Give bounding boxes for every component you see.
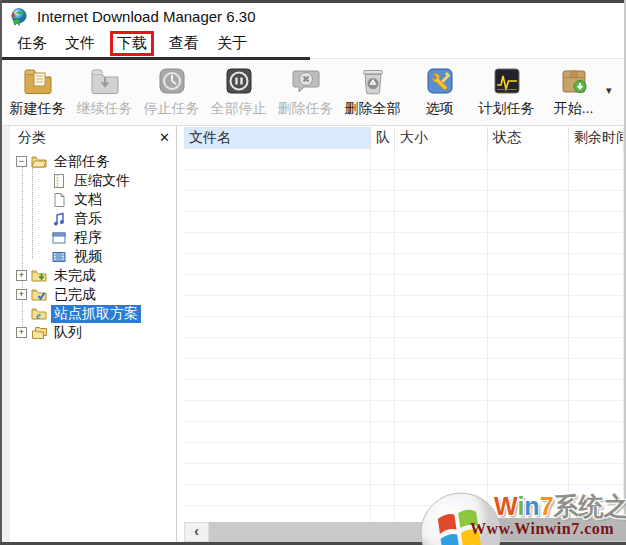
tree-item-label: 未完成 <box>51 267 99 285</box>
tree-item-label: 文档 <box>71 191 105 209</box>
toolbar-button-label: 计划任务 <box>479 100 535 118</box>
toolbar-button-label: 开始... <box>554 100 594 118</box>
toolbar-more-dropdown[interactable]: ▾ <box>606 84 612 97</box>
tree-item-站点抓取方案[interactable]: e站点抓取方案 <box>10 304 176 323</box>
scroll-left-button[interactable]: ‹ <box>184 522 209 542</box>
idm-globe-icon <box>9 7 29 27</box>
column-header-大小[interactable]: 大小 <box>395 127 488 149</box>
menu-separator <box>310 58 626 59</box>
menu-item-任务[interactable]: 任务 <box>14 33 50 54</box>
grid-column <box>569 149 624 522</box>
tree-item-未完成[interactable]: +未完成 <box>10 266 176 285</box>
toolbar-button-label: 删除全部 <box>345 100 401 118</box>
watermark-url: Www.Winwin7.com <box>470 520 614 538</box>
toolbar-button-继续任务: 继续任务 <box>71 65 138 118</box>
toolbar-button-label: 全部停止 <box>211 100 267 118</box>
delete-all-icon <box>357 65 389 97</box>
watermark-brand: Win7系统之家 <box>494 490 626 523</box>
watermark-brand-letter: W <box>494 492 517 520</box>
folder-ie-icon: e <box>31 306 47 322</box>
grid-column <box>395 149 488 522</box>
idm-window: Internet Download Manager 6.30 任务文件下载查看关… <box>0 0 626 545</box>
column-header-文件名[interactable]: 文件名 <box>184 127 371 149</box>
tree-item-label: 视频 <box>71 248 105 266</box>
toolbar-button-选项[interactable]: 选项 <box>406 65 473 118</box>
menu-item-下载[interactable]: 下载 <box>110 31 154 56</box>
new-task-icon <box>22 65 54 97</box>
stop-all-icon <box>223 65 255 97</box>
tree-item-label: 站点抓取方案 <box>51 305 141 323</box>
tree-item-label: 队列 <box>51 324 85 342</box>
stop-task-icon <box>156 65 188 97</box>
grid-column <box>184 149 371 522</box>
column-header-队[interactable]: 队 <box>371 127 395 149</box>
options-icon <box>424 65 456 97</box>
grid-column <box>488 149 569 522</box>
column-header-剩余时间[interactable]: 剩余时间 <box>569 127 624 149</box>
tree-item-文档[interactable]: 文档 <box>10 190 176 209</box>
tree-item-label: 程序 <box>71 229 105 247</box>
toolbar-button-label: 选项 <box>426 100 454 118</box>
toolbar-button-label: 新建任务 <box>10 100 66 118</box>
folder-check-icon <box>31 287 47 303</box>
document-icon <box>51 192 67 208</box>
toolbar-button-删除全部[interactable]: 删除全部 <box>339 65 406 118</box>
tree-expander-minus-icon[interactable]: − <box>16 156 27 167</box>
categories-panel: 分类 ✕ −全部任务压缩文件文档音乐程序视频+未完成+已完成e站点抓取方案+队列 <box>10 126 177 542</box>
tree-item-label: 音乐 <box>71 210 105 228</box>
table-header: 文件名队大小状态剩余时间 <box>184 127 624 150</box>
tree-expander-plus-icon[interactable]: + <box>16 289 27 300</box>
svg-text:e: e <box>36 309 41 320</box>
close-icon[interactable]: ✕ <box>159 130 170 145</box>
menu-item-查看[interactable]: 查看 <box>166 33 202 54</box>
grid-column <box>371 149 395 522</box>
toolbar-button-label: 删除任务 <box>278 100 334 118</box>
watermark-brand-suffix: 系统之家 <box>554 492 626 520</box>
scheduler-icon <box>491 65 523 97</box>
toolbar-button-全部停止: 全部停止 <box>205 65 272 118</box>
toolbar-button-计划任务[interactable]: 计划任务 <box>473 65 540 118</box>
video-icon <box>51 249 67 265</box>
tree-item-压缩文件[interactable]: 压缩文件 <box>10 171 176 190</box>
category-tree: −全部任务压缩文件文档音乐程序视频+未完成+已完成e站点抓取方案+队列 <box>10 149 176 342</box>
categories-title: 分类 <box>18 129 159 147</box>
left-gutter <box>2 126 10 542</box>
tree-item-音乐[interactable]: 音乐 <box>10 209 176 228</box>
tree-item-已完成[interactable]: +已完成 <box>10 285 176 304</box>
folder-stack-icon <box>31 325 47 341</box>
resume-task-icon <box>89 65 121 97</box>
tree-item-程序[interactable]: 程序 <box>10 228 176 247</box>
window-border <box>0 0 626 3</box>
start-queue-icon <box>558 65 590 97</box>
tree-item-label: 全部任务 <box>51 153 113 171</box>
folder-download-icon <box>31 268 47 284</box>
title-bar: Internet Download Manager 6.30 <box>2 3 624 30</box>
open-folder-icon <box>31 154 47 170</box>
toolbar-button-新建任务[interactable]: 新建任务 <box>4 65 71 118</box>
watermark-brand-letter: 7 <box>540 492 554 520</box>
toolbar-button-label: 停止任务 <box>144 100 200 118</box>
program-icon <box>51 230 67 246</box>
toolbar-button-停止任务: 停止任务 <box>138 65 205 118</box>
tree-expander-plus-icon[interactable]: + <box>16 270 27 281</box>
menu-item-文件[interactable]: 文件 <box>62 33 98 54</box>
toolbar: 新建任务继续任务停止任务全部停止删除任务删除全部选项计划任务开始... <box>2 60 624 126</box>
column-header-状态[interactable]: 状态 <box>488 127 569 149</box>
window-title: Internet Download Manager 6.30 <box>37 8 255 25</box>
tree-item-全部任务[interactable]: −全部任务 <box>10 152 176 171</box>
tree-item-队列[interactable]: +队列 <box>10 323 176 342</box>
tree-item-label: 已完成 <box>51 286 99 304</box>
delete-task-icon <box>290 65 322 97</box>
menu-bar: 任务文件下载查看关于 <box>2 30 624 57</box>
music-icon <box>51 211 67 227</box>
window-border <box>0 0 2 545</box>
menu-item-关于[interactable]: 关于 <box>214 33 250 54</box>
zip-file-icon <box>51 173 67 189</box>
download-list: 文件名队大小状态剩余时间 ‹ <box>184 127 624 542</box>
tree-item-视频[interactable]: 视频 <box>10 247 176 266</box>
table-body <box>184 149 624 522</box>
toolbar-button-开始...[interactable]: 开始... <box>540 65 607 118</box>
toolbar-button-删除任务: 删除任务 <box>272 65 339 118</box>
categories-header: 分类 ✕ <box>10 126 176 149</box>
tree-expander-plus-icon[interactable]: + <box>16 327 27 338</box>
